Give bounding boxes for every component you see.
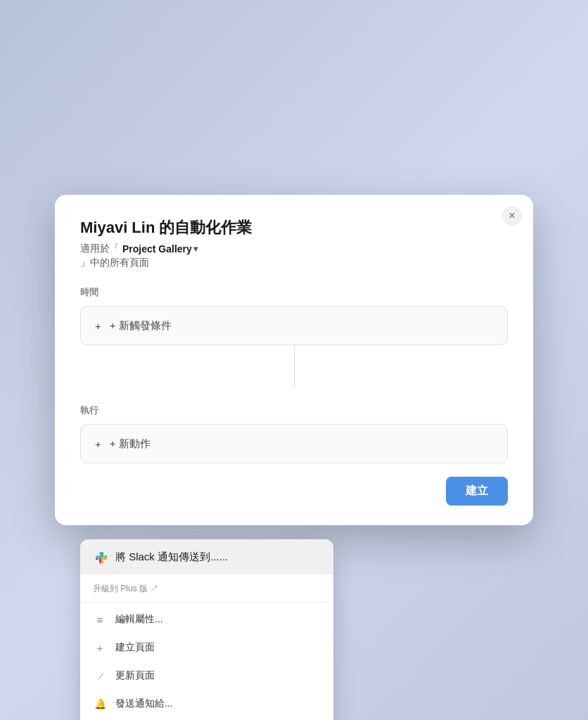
slack-action-item[interactable]: 將 Slack 通知傳送到...... [80,539,333,574]
plus-icon-action: + [95,438,101,450]
plus-icon: + [95,320,101,332]
edit-icon: ⟋ [91,668,108,683]
chevron-down-icon: ▾ [193,244,198,254]
send-notification-label: 發送通知給... [115,698,173,710]
create-button-label: 建立 [466,484,488,496]
slack-icon [93,549,108,565]
modal-subtitle-line2: 」中的所有頁面 [80,257,508,269]
modal-subtitle: 適用於「 Project Gallery ▾ [80,243,508,255]
divider [80,602,333,603]
add-trigger-label: + 新觸發條件 [110,319,172,333]
modal-dialog: × Miyavi Lin 的自動化作業 適用於「 Project Gallery… [55,195,533,525]
create-page-label: 建立頁面 [115,641,155,654]
close-button[interactable]: × [502,206,522,226]
trigger-box[interactable]: + + 新觸發條件 [80,306,508,345]
action-box[interactable]: + + 新動作 [80,424,508,463]
plus-icon-menu: + [93,642,107,654]
list-icon: ≡ [93,614,107,626]
modal-title: Miyavi Lin 的自動化作業 [80,217,508,238]
project-gallery-label: Project Gallery [122,243,192,255]
create-button[interactable]: 建立 [446,477,508,506]
action-dropdown-menu: 將 Slack 通知傳送到...... 升級到 Plus 版 ↗ ≡ 編輯屬性.… [80,539,333,720]
send-notification-item[interactable]: 🔔 發送通知給... [80,690,333,718]
add-action-label: + 新動作 [110,437,151,451]
update-page-label: 更新頁面 [115,669,155,682]
create-page-item[interactable]: + 建立頁面 [80,634,333,662]
subtitle-prefix: 適用於「 [80,243,120,255]
modal-header: Miyavi Lin 的自動化作業 適用於「 Project Gallery ▾… [80,217,508,269]
bottom-spacer [80,463,508,506]
execute-section-label: 執行 [80,404,508,417]
add-trigger-button[interactable]: + + 新觸發條件 [95,319,172,333]
add-action-button[interactable]: + + 新動作 [95,437,151,451]
upgrade-section: 升級到 Plus 版 ↗ [80,574,333,599]
update-page-item[interactable]: ⟋ 更新頁面 [80,662,333,690]
close-icon: × [509,210,515,222]
time-section-label: 時間 [80,286,508,299]
upgrade-label: 升級到 Plus 版 ↗ [93,584,158,593]
slack-item-label: 將 Slack 通知傳送到...... [115,551,228,564]
project-gallery-button[interactable]: Project Gallery ▾ [122,243,198,255]
connector-line [294,345,295,387]
edit-properties-label: 編輯屬性... [115,613,163,626]
edit-properties-item[interactable]: ≡ 編輯屬性... [80,605,333,634]
bell-icon: 🔔 [93,698,107,709]
